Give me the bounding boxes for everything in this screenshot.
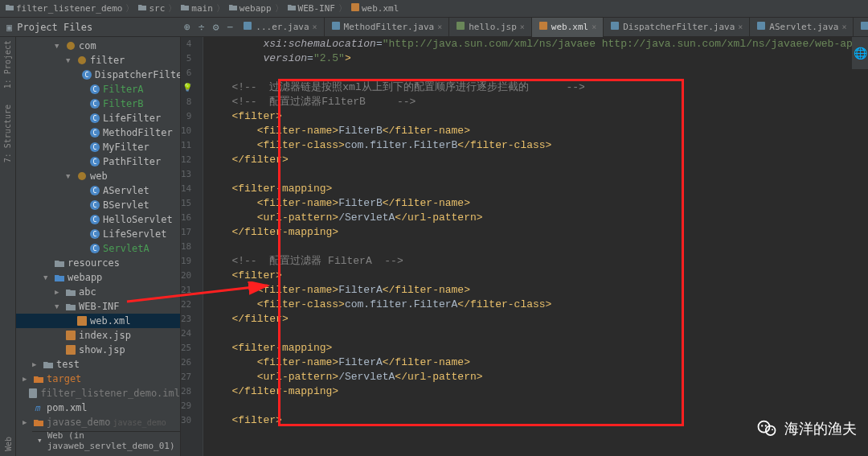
tree-node[interactable]: CFilterA bbox=[16, 82, 180, 97]
chevron-down-icon[interactable]: ▼ bbox=[66, 56, 74, 64]
line-number[interactable]: 6 bbox=[181, 66, 203, 80]
editor-tab[interactable]: web.xml× bbox=[532, 18, 604, 37]
collapse-icon[interactable]: − bbox=[227, 21, 233, 33]
tree-node[interactable]: CPathFilter bbox=[16, 154, 180, 169]
breadcrumb-segment[interactable]: WEB-INF bbox=[298, 3, 335, 14]
chevron-down-icon[interactable]: ▼ bbox=[43, 273, 51, 281]
tree-node[interactable]: ▶javase_demo javase_demo bbox=[16, 415, 180, 429]
code-line[interactable]: <filter-class>com.filter.FilterB</filter… bbox=[207, 138, 868, 153]
tree-node[interactable]: CServletA bbox=[16, 241, 180, 256]
breadcrumb-segment[interactable]: filter_listener_demo bbox=[16, 3, 122, 14]
code-line[interactable] bbox=[207, 327, 868, 341]
tree-node[interactable]: index.jsp bbox=[16, 328, 180, 343]
line-number[interactable]: 19 bbox=[181, 254, 203, 269]
chevron-right-icon[interactable]: ▶ bbox=[23, 375, 31, 383]
line-number[interactable]: 8 bbox=[181, 95, 203, 109]
line-number[interactable]: 11 bbox=[181, 138, 203, 153]
project-panel-header[interactable]: ▣ Project Files bbox=[0, 22, 181, 33]
tool-window-button[interactable]: 7: Structure bbox=[3, 105, 12, 162]
tree-node[interactable]: CDispatcherFilter bbox=[16, 68, 180, 82]
code-line[interactable]: <filter> bbox=[207, 269, 868, 283]
breadcrumb-segment[interactable]: main bbox=[191, 3, 213, 14]
line-number[interactable]: 21 bbox=[181, 283, 203, 298]
tree-node[interactable]: filter_listener_demo.iml bbox=[16, 386, 180, 401]
line-number[interactable]: 4 bbox=[181, 37, 203, 51]
chevron-right-icon[interactable]: ▶ bbox=[55, 288, 63, 296]
tree-node[interactable]: ▶target bbox=[16, 372, 180, 386]
tree-node[interactable]: ▼WEB-INF bbox=[16, 299, 180, 314]
tree-node[interactable]: CFilterB bbox=[16, 97, 180, 111]
chevron-down-icon[interactable]: ▼ bbox=[55, 302, 63, 310]
code-line[interactable] bbox=[207, 240, 868, 254]
chevron-down-icon[interactable]: ▼ bbox=[55, 42, 63, 50]
chevron-down-icon[interactable]: ▼ bbox=[66, 172, 74, 180]
tree-node[interactable]: CLifeFilter bbox=[16, 111, 180, 125]
line-number[interactable]: 20 bbox=[181, 269, 203, 283]
chrome-icon[interactable]: 🌐 bbox=[854, 47, 867, 60]
code-editor[interactable]: 4567891011121314151617181920212223242526… bbox=[181, 37, 868, 456]
code-line[interactable]: <filter-mapping> bbox=[207, 182, 868, 196]
line-number[interactable]: 7 bbox=[181, 80, 203, 95]
line-number[interactable]: 13 bbox=[181, 167, 203, 182]
editor-tab[interactable]: ServletA.java× bbox=[854, 18, 868, 37]
tree-node[interactable]: ▼filter bbox=[16, 53, 180, 68]
divider-icon[interactable]: ÷ bbox=[199, 21, 205, 33]
chevron-right-icon[interactable]: ▶ bbox=[23, 418, 31, 426]
line-number[interactable]: 5 bbox=[181, 51, 203, 66]
close-icon[interactable]: × bbox=[437, 23, 442, 31]
line-number[interactable]: 27 bbox=[181, 370, 203, 384]
line-number[interactable]: 9 bbox=[181, 109, 203, 124]
editor-tab[interactable]: MethodFilter.java× bbox=[325, 18, 450, 37]
tree-node[interactable]: ▼web bbox=[16, 169, 180, 183]
settings-gear-icon[interactable]: ⚙ bbox=[213, 21, 219, 33]
code-line[interactable]: <filter-name>FilterA</filter-name> bbox=[207, 283, 868, 298]
tree-node[interactable]: CBServlet bbox=[16, 198, 180, 212]
tree-node[interactable]: show.jsp bbox=[16, 343, 180, 357]
code-line[interactable]: </filter-mapping> bbox=[207, 384, 868, 399]
tree-node[interactable]: CMethodFilter bbox=[16, 125, 180, 140]
line-number[interactable]: 10 bbox=[181, 124, 203, 138]
close-icon[interactable]: × bbox=[313, 23, 317, 31]
line-number[interactable]: 26 bbox=[181, 355, 203, 370]
line-number[interactable]: 23 bbox=[181, 312, 203, 327]
line-number[interactable]: 18 bbox=[181, 240, 203, 254]
close-icon[interactable]: × bbox=[520, 23, 525, 31]
tree-node[interactable]: ▼com bbox=[16, 39, 180, 53]
line-number[interactable]: 15 bbox=[181, 196, 203, 211]
line-number[interactable]: 24 bbox=[181, 327, 203, 341]
code-line[interactable]: <filter> bbox=[207, 109, 868, 124]
line-number[interactable]: 25 bbox=[181, 341, 203, 355]
breadcrumb-segment[interactable]: src bbox=[149, 3, 165, 14]
web-panel-header[interactable]: ▾ Web (in javaweb_servlet_demo_01) ⚙ bbox=[32, 431, 181, 449]
tree-node[interactable]: CMyFilter bbox=[16, 140, 180, 154]
close-icon[interactable]: × bbox=[592, 23, 596, 31]
line-number[interactable]: 30 bbox=[181, 413, 203, 428]
line-number[interactable]: 12 bbox=[181, 153, 203, 167]
code-line[interactable]: </filter> bbox=[207, 153, 868, 167]
line-number[interactable]: 22 bbox=[181, 298, 203, 312]
code-line[interactable] bbox=[207, 66, 868, 80]
line-number[interactable]: 28 bbox=[181, 384, 203, 399]
line-number[interactable]: 17 bbox=[181, 225, 203, 240]
code-area[interactable]: xsi:schemaLocation="http://java.sun.com/… bbox=[203, 37, 868, 456]
code-line[interactable]: <filter-name>FilterB</filter-name> bbox=[207, 196, 868, 211]
breadcrumb-segment[interactable]: webapp bbox=[240, 3, 272, 14]
close-icon[interactable]: × bbox=[738, 23, 743, 31]
editor-tab[interactable]: hello.jsp× bbox=[449, 18, 532, 37]
code-line[interactable]: <!-- 配置过滤器 FilterA --> bbox=[207, 254, 868, 269]
tree-node[interactable]: ▶abc bbox=[16, 285, 180, 299]
tree-node[interactable]: resources bbox=[16, 256, 180, 270]
code-line[interactable] bbox=[207, 399, 868, 413]
tree-node[interactable]: ▼webapp bbox=[16, 270, 180, 285]
close-icon[interactable]: × bbox=[841, 23, 846, 31]
tree-node[interactable]: CAServlet bbox=[16, 183, 180, 198]
line-number[interactable]: 14 bbox=[181, 182, 203, 196]
code-line[interactable]: </filter> bbox=[207, 312, 868, 327]
tree-node[interactable]: web.xml bbox=[16, 314, 180, 328]
rail-web-label[interactable]: Web bbox=[4, 437, 13, 451]
code-line[interactable]: xsi:schemaLocation="http://java.sun.com/… bbox=[207, 37, 868, 51]
line-number[interactable]: 16 bbox=[181, 211, 203, 225]
code-line[interactable]: <filter> bbox=[207, 413, 868, 428]
code-line[interactable]: <url-pattern>/ServletA</url-pattern> bbox=[207, 211, 868, 225]
chevron-right-icon[interactable]: ▶ bbox=[32, 360, 40, 368]
